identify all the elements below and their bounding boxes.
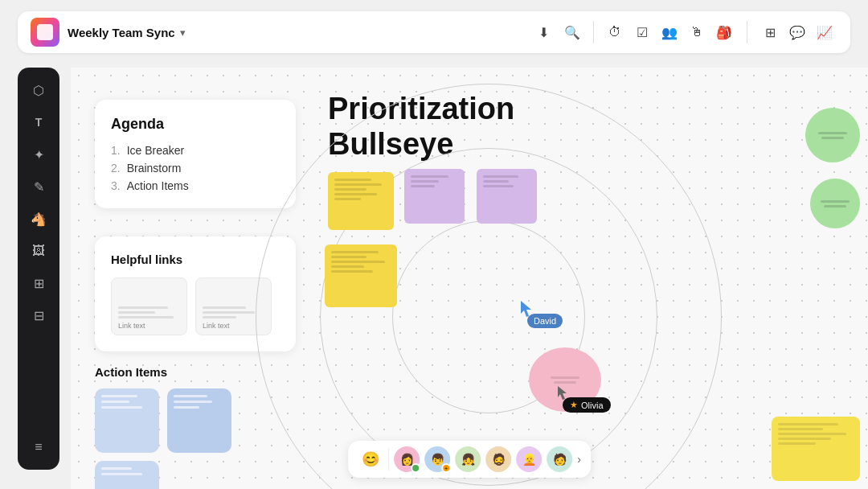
sidebar-item-apps[interactable]: ⊞ — [24, 269, 53, 298]
link-thumb-1[interactable]: Link text — [111, 277, 187, 335]
links-grid: Link text Link text — [111, 277, 280, 335]
check-icon-button[interactable]: ☑ — [629, 19, 655, 45]
canvas-area: Agenda 1. Ice Breaker 2. Brainstorm 3. A… — [71, 68, 868, 489]
sidebar: ⬡ T ✦ ✎ 🐴 🖼 ⊞ ⊟ ≡ — [18, 68, 59, 470]
green-circle-2 — [810, 179, 860, 228]
olivia-cursor: ★ Olivia — [558, 386, 569, 404]
chat-icon-button[interactable]: 💬 — [784, 19, 810, 45]
action-card-extra — [95, 461, 296, 489]
avatar-4[interactable]: 🧔 — [485, 446, 511, 472]
agenda-item-3: 3. Action Items — [111, 179, 280, 192]
sidebar-item-ai[interactable]: 🐴 — [24, 204, 53, 233]
download-button[interactable]: ⬇ — [530, 19, 556, 45]
bottom-toolbar: 😊 👩 👦 + 👧 🧔 👱 🧑 › — [348, 441, 591, 478]
avatar-3[interactable]: 👧 — [455, 446, 481, 472]
avatar-6[interactable]: 🧑 — [547, 446, 572, 472]
sidebar-item-text[interactable]: T — [24, 108, 53, 137]
sidebar-item-media[interactable]: 🖼 — [24, 236, 53, 265]
sidebar-item-draw[interactable]: ✎ — [24, 172, 53, 201]
sticky-note-yellow-2[interactable] — [325, 244, 397, 307]
link-lines-1 — [118, 306, 180, 318]
dropdown-icon[interactable]: ▾ — [180, 27, 186, 39]
grid-icon-button[interactable]: ⊞ — [757, 19, 783, 45]
avatar-badge-1 — [411, 463, 420, 473]
olivia-tooltip: ★ Olivia — [563, 397, 611, 413]
sticky-note-purple-2[interactable] — [477, 169, 537, 224]
avatar-2[interactable]: 👦 + — [424, 446, 450, 472]
avatar-1[interactable]: 👩 — [394, 446, 420, 472]
chart-icon-button[interactable]: 📈 — [812, 19, 837, 45]
agenda-item-1: 1. Ice Breaker — [111, 144, 280, 157]
topbar-divider — [593, 21, 594, 43]
sidebar-item-more[interactable]: ≡ — [24, 433, 53, 462]
agenda-list: 1. Ice Breaker 2. Brainstorm 3. Action I… — [111, 144, 280, 192]
search-button[interactable]: 🔍 — [559, 19, 585, 45]
david-cursor: David — [521, 301, 534, 320]
action-cards-row — [95, 388, 296, 453]
sticky-note-purple-1[interactable] — [404, 169, 465, 224]
bag-icon-button[interactable]: 🎒 — [711, 19, 737, 45]
app-title: Weekly Team Sync — [68, 26, 175, 39]
top-bar: Weekly Team Sync ▾ ⬇ 🔍 ⏱ ☑ 👥 🖱 🎒 ⊞ 💬 📈 — [18, 11, 850, 53]
agenda-item-2: 2. Brainstorm — [111, 162, 280, 175]
topbar-right-icons: ⏱ ☑ 👥 🖱 🎒 ⊞ 💬 📈 — [602, 19, 837, 45]
sidebar-item-templates[interactable]: ⬡ — [24, 76, 53, 105]
sidebar-item-shapes[interactable]: ✦ — [24, 140, 53, 169]
sidebar-item-table[interactable]: ⊟ — [24, 301, 53, 330]
link-label-1: Link text — [118, 322, 145, 330]
avatar-5[interactable]: 👱 — [516, 446, 542, 472]
topbar-divider-2 — [747, 21, 747, 43]
action-card-1 — [95, 388, 159, 453]
sticky-note-yellow-1[interactable] — [328, 172, 394, 230]
avatar-badge-2: + — [441, 463, 451, 473]
title-area: Weekly Team Sync ▾ — [68, 26, 524, 39]
team-icon-button[interactable]: 👥 — [657, 19, 682, 45]
toolbar-divider — [388, 448, 389, 471]
helpful-links-title: Helpful links — [111, 253, 280, 266]
timer-icon-button[interactable]: ⏱ — [602, 19, 628, 45]
toolbar-chevron[interactable]: › — [577, 453, 581, 466]
david-tooltip: David — [527, 314, 563, 328]
star-icon: ★ — [570, 400, 578, 410]
emoji-button[interactable]: 😊 — [358, 446, 383, 472]
topbar-left-icons: ⬇ 🔍 — [530, 19, 585, 45]
app-logo — [31, 18, 59, 47]
cursor-icon-button[interactable]: 🖱 — [684, 19, 710, 45]
sticky-note-yellow-br1[interactable] — [772, 417, 860, 481]
action-card-3 — [95, 461, 159, 489]
green-circle-1 — [805, 108, 860, 162]
agenda-title: Agenda — [111, 116, 280, 133]
link-label-2: Link text — [203, 322, 230, 330]
agenda-card: Agenda 1. Ice Breaker 2. Brainstorm 3. A… — [95, 100, 296, 208]
action-card-2 — [167, 388, 231, 453]
